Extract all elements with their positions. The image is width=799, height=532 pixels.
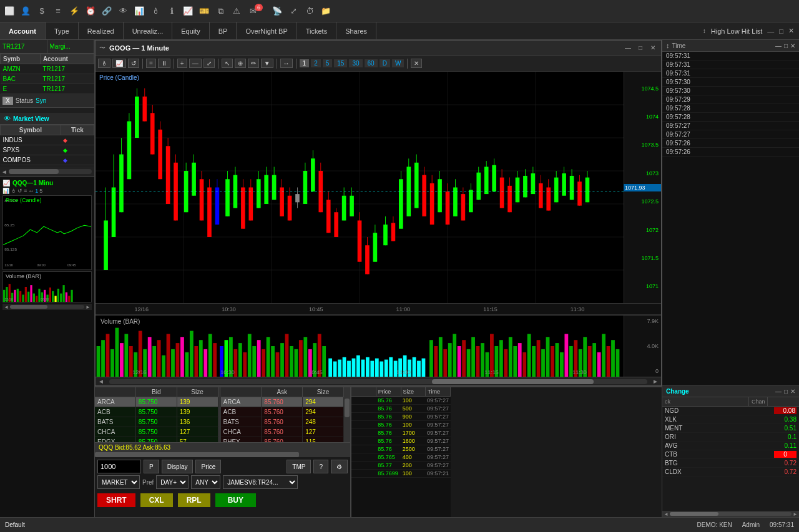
table-row[interactable]: BAC TR1217: [1, 74, 94, 84]
ct-close-btn[interactable]: ✕: [411, 59, 422, 68]
ct-time-1[interactable]: 1: [300, 59, 310, 67]
ct-candle-btn[interactable]: 🕯: [98, 59, 110, 68]
l2-bid-row-highlight[interactable]: ARCA 85.750 139: [95, 397, 218, 407]
help-btn[interactable]: ?: [313, 460, 328, 473]
tab-close[interactable]: ✕: [788, 27, 794, 35]
change-row-4[interactable]: AVG 0.11: [662, 442, 799, 450]
ct-time-15[interactable]: 15: [334, 59, 347, 67]
tab-overnight-bp[interactable]: OverNight BP: [237, 22, 297, 39]
ct-fullscreen-btn[interactable]: ⤢: [203, 59, 215, 68]
buy-button[interactable]: BUY: [215, 493, 256, 507]
change-row-7[interactable]: CLDX 0.72: [662, 468, 799, 476]
change-restore-btn[interactable]: □: [784, 388, 788, 395]
tab-tickets[interactable]: Tickets: [297, 22, 336, 39]
change-minimize-btn[interactable]: —: [775, 388, 782, 395]
tl-row[interactable]: 85.76 500 09:57:27: [351, 405, 451, 413]
l2-ask-row[interactable]: ACB 85.760 294: [221, 407, 345, 417]
ct-line-btn[interactable]: 📈: [112, 59, 126, 68]
market-row[interactable]: SPXS ◆: [1, 145, 94, 155]
rpl-button[interactable]: RPL: [178, 493, 210, 507]
tab-type[interactable]: Type: [46, 22, 79, 39]
eye-icon[interactable]: 👁: [117, 6, 129, 17]
market-row[interactable]: INDUS ◆: [1, 135, 94, 145]
tab-equity[interactable]: Equity: [172, 22, 210, 39]
list-icon[interactable]: ≡: [52, 6, 64, 17]
l2-scrollbar[interactable]: [344, 387, 350, 442]
l2-ask-row-highlight[interactable]: ARCA 85.760 294: [221, 397, 345, 407]
ct-time-30[interactable]: 30: [349, 59, 362, 67]
tl-row[interactable]: 85.76 1600 09:57:27: [351, 437, 451, 445]
l2-ask-row[interactable]: BATS 85.760 248: [221, 417, 345, 427]
ticket-icon[interactable]: 🎫: [199, 6, 210, 17]
tl-row[interactable]: 85.76 900 09:57:27: [351, 413, 451, 421]
qqq-time-5[interactable]: 5: [39, 188, 42, 194]
change-row-6[interactable]: BTG 0.72: [662, 459, 799, 468]
chart-scroll-left[interactable]: ◄: [96, 378, 107, 385]
hlhl-minimize-btn[interactable]: —: [775, 42, 782, 49]
table-row[interactable]: E TR1217: [1, 84, 94, 94]
qqq-scroll-left[interactable]: ◄: [4, 304, 9, 310]
display-btn[interactable]: Display: [162, 460, 194, 473]
chart-scrollbar-thumb[interactable]: [432, 379, 594, 384]
user-icon[interactable]: 👤: [20, 6, 31, 17]
ct-time-w[interactable]: W: [392, 59, 404, 67]
copy-icon[interactable]: ⧉: [215, 6, 226, 17]
l2-bid-row[interactable]: ACB 85.750 139: [95, 407, 218, 417]
clock-icon[interactable]: ⏰: [85, 6, 96, 17]
ct-horiz-btn[interactable]: ↔: [280, 59, 293, 68]
ct-pause-btn[interactable]: ⏸: [158, 59, 170, 68]
bar-chart-icon[interactable]: 📊: [134, 6, 145, 17]
order-type-select[interactable]: MARKET: [97, 475, 140, 489]
chart-scroll-right[interactable]: ►: [650, 378, 661, 385]
ct-plus-btn[interactable]: +: [177, 59, 187, 68]
qqq-tool-1[interactable]: 📊: [2, 188, 9, 194]
change-close-btn[interactable]: ✕: [790, 388, 795, 395]
market-row[interactable]: COMPOS ◆: [1, 155, 94, 165]
price-btn[interactable]: Price: [195, 460, 221, 473]
chart-restore-btn[interactable]: □: [636, 44, 645, 52]
tab-account[interactable]: Account: [0, 22, 46, 39]
timer-icon[interactable]: ⏱: [304, 6, 315, 17]
candle-icon[interactable]: 🕯: [150, 6, 161, 17]
tl-row[interactable]: 85.76 100 09:57:27: [351, 397, 451, 405]
l2-bid-row[interactable]: BATS 85.750 136: [95, 417, 218, 427]
ct-eq-btn[interactable]: =: [146, 59, 156, 68]
chart-scrollbar-track[interactable]: [109, 379, 647, 384]
chart-minimize-btn[interactable]: —: [624, 44, 632, 52]
qqq-time-1[interactable]: 1: [35, 188, 38, 194]
ct-plus2-btn[interactable]: ⊕: [235, 59, 246, 68]
folder-icon[interactable]: 📁: [320, 6, 331, 17]
qqq-tool-3[interactable]: ↺: [17, 188, 22, 194]
shrt-button[interactable]: SHRT: [97, 493, 135, 507]
window-icon[interactable]: ⬜: [4, 6, 15, 17]
change-row-5[interactable]: CTB 0: [662, 450, 799, 459]
tab-shares[interactable]: Shares: [336, 22, 376, 39]
tl-row[interactable]: 85.76 1700 09:57:27: [351, 429, 451, 437]
hlhl-close-btn[interactable]: ✕: [790, 42, 795, 49]
ct-time-2[interactable]: 2: [311, 59, 321, 67]
tab-bp[interactable]: BP: [210, 22, 237, 39]
qqq-tool-2[interactable]: 🕯: [11, 188, 16, 194]
change-row-3[interactable]: ORI 0.1: [662, 433, 799, 442]
condition-select[interactable]: ANY: [191, 475, 220, 489]
type-p-btn[interactable]: P: [144, 460, 159, 473]
status-close-btn[interactable]: X: [2, 97, 13, 105]
l2-bottom-scrollbar[interactable]: [95, 452, 350, 457]
tl-row[interactable]: 85.7699 100 09:57:21: [351, 470, 451, 478]
tab-restore[interactable]: □: [779, 27, 783, 35]
left-scroll-left[interactable]: ◄: [1, 168, 7, 175]
time-in-force-select[interactable]: DAY+: [156, 475, 189, 489]
broadcast-icon[interactable]: 📡: [272, 6, 283, 17]
cxl-button[interactable]: CXL: [140, 493, 173, 507]
chart-scrollbar[interactable]: ◄ ►: [96, 377, 661, 385]
ct-arrow-btn[interactable]: ▼: [261, 59, 273, 68]
ct-time-5[interactable]: 5: [323, 59, 333, 67]
chart2-icon[interactable]: 📈: [182, 6, 194, 17]
qty-input[interactable]: [97, 460, 141, 473]
chart-canvas[interactable]: 1074.5 1074 1073.5 1073 1072.5 1072 1071…: [96, 72, 661, 303]
tab-minimize[interactable]: —: [767, 27, 774, 35]
tl-row[interactable]: 85.77 200 09:57:27: [351, 462, 451, 470]
info-icon[interactable]: ℹ: [166, 6, 177, 17]
change-row-2[interactable]: MENT 0.51: [662, 424, 799, 433]
ct-cursor-btn[interactable]: ↖: [222, 59, 233, 68]
